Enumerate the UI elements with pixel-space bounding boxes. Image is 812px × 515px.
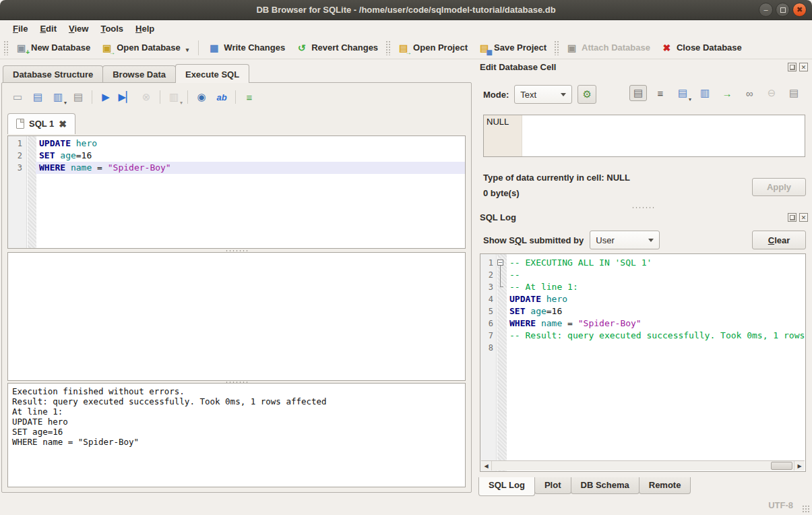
new-database-button[interactable]: ▣+New Database xyxy=(10,39,96,56)
menu-file[interactable]: File xyxy=(7,22,34,36)
close-database-button[interactable]: ✖Close Database xyxy=(656,39,747,56)
set-null-button: ⊖ xyxy=(763,85,780,101)
save-sql-file-button[interactable]: ▥▾ xyxy=(50,89,66,105)
toolbar-button-label: New Database xyxy=(31,42,90,53)
dock-tab-remote[interactable]: Remote xyxy=(639,477,691,494)
close-button[interactable]: ✖ xyxy=(792,3,807,17)
menu-help[interactable]: Help xyxy=(129,22,160,36)
results-pane[interactable] xyxy=(7,252,466,381)
apply-button[interactable]: Apply xyxy=(752,178,806,196)
fold-marker[interactable] xyxy=(497,281,506,293)
dock-tab-sql-log[interactable]: SQL Log xyxy=(478,477,535,496)
tab-execute-sql[interactable]: Execute SQL xyxy=(175,64,249,83)
cell-editor[interactable]: NULL xyxy=(483,115,805,157)
dropdown-caret-icon[interactable]: ▾ xyxy=(689,96,691,102)
editor-line[interactable]: 2SET age=16 xyxy=(8,150,465,162)
sql-editor[interactable]: 1UPDATE hero2SET age=163WHERE name = "Sp… xyxy=(7,135,466,249)
log-line[interactable]: 2-- xyxy=(480,269,805,281)
editor-line[interactable]: 3WHERE name = "Spider-Boy" xyxy=(8,162,465,174)
fold-marker[interactable]: – xyxy=(497,257,506,269)
log-line[interactable]: 4UPDATE hero xyxy=(480,293,805,305)
apply-mode-button[interactable]: ⚙ xyxy=(577,85,596,104)
toolbar-handle xyxy=(554,40,559,55)
word-wrap-button[interactable]: ≡ xyxy=(652,85,669,101)
find-replace-button[interactable]: ◉ xyxy=(193,89,210,105)
dock-splitter-handle[interactable] xyxy=(631,206,654,209)
dropdown-caret-icon[interactable]: ▾ xyxy=(186,47,189,53)
tab-close-icon[interactable]: ✖ xyxy=(59,119,67,129)
save-project-button[interactable]: ▤▦Save Project xyxy=(473,39,552,56)
sql-file-tab[interactable]: SQL 1 ✖ xyxy=(7,113,75,134)
dock-tab-db-schema[interactable]: DB Schema xyxy=(571,477,639,494)
menu-edit[interactable]: Edit xyxy=(34,22,63,36)
execute-current-line-button[interactable]: ▶▏ xyxy=(118,89,134,105)
sql-log-view[interactable]: 1–-- EXECUTING ALL IN 'SQL 1'2--3-- At l… xyxy=(480,253,806,472)
log-line[interactable]: 1–-- EXECUTING ALL IN 'SQL 1' xyxy=(480,257,805,269)
scroll-left-arrow-icon[interactable]: ◀ xyxy=(481,461,492,471)
resize-grip[interactable] xyxy=(802,505,810,513)
log-line[interactable]: 5SET age=16 xyxy=(480,305,805,317)
scroll-right-arrow-icon[interactable]: ▶ xyxy=(794,461,805,471)
cell-toolbar: ▤≡▤▾▥→∞⊖▤ xyxy=(629,85,803,101)
minimize-button[interactable]: – xyxy=(759,3,773,17)
menu-view[interactable]: View xyxy=(63,22,94,36)
write-changes-button[interactable]: ▦Write Changes xyxy=(203,39,290,56)
scrollbar-track[interactable] xyxy=(492,461,794,471)
dock-close-icon[interactable]: ✕ xyxy=(799,213,808,222)
open-database-button[interactable]: ▣→Open Database▾ xyxy=(96,39,194,56)
export-results-button: ▥▾ xyxy=(166,89,182,105)
log-horizontal-scrollbar[interactable]: ◀ ▶ xyxy=(481,460,805,471)
stop-button: ⊗ xyxy=(138,89,154,105)
scrollbar-thumb[interactable] xyxy=(771,462,792,470)
line-number: 3 xyxy=(8,162,27,174)
execute-all-button[interactable]: ▶ xyxy=(98,89,114,105)
log-line[interactable]: 3-- At line 1: xyxy=(480,281,805,293)
fold-marker[interactable] xyxy=(497,269,506,281)
export-to-file-button[interactable]: ▥ xyxy=(696,85,714,101)
mode-combobox[interactable]: Text xyxy=(514,85,572,104)
print-button[interactable]: ▤ xyxy=(785,85,803,101)
log-filter-combobox[interactable]: User xyxy=(590,231,660,249)
new-tab-button[interactable]: ▭ xyxy=(9,89,26,105)
clear-button[interactable]: Clear xyxy=(752,231,806,249)
titlebar[interactable]: DB Browser for SQLite - /home/user/code/… xyxy=(0,0,812,20)
message-pane[interactable]: Execution finished without errors. Resul… xyxy=(7,383,466,487)
dock-close-icon[interactable]: ✕ xyxy=(799,63,808,71)
cell-text-area[interactable] xyxy=(522,115,805,156)
save-sql-file-icon: ▥ xyxy=(53,91,63,103)
toolbar-button-label: Revert Changes xyxy=(311,42,378,53)
open-project-button[interactable]: ▤→Open Project xyxy=(392,39,473,56)
dock-tab-plot[interactable]: Plot xyxy=(534,477,571,494)
export-to-file-icon: ▥ xyxy=(700,87,710,99)
syntax-check-button[interactable]: ab xyxy=(214,89,230,105)
tab-database-structure[interactable]: Database Structure xyxy=(3,65,103,83)
dropdown-caret-icon[interactable]: ▾ xyxy=(64,100,67,106)
print-button[interactable]: ▤ xyxy=(70,89,86,105)
dock-float-icon[interactable] xyxy=(788,213,797,222)
log-line[interactable]: 7-- Result: query executed successfully.… xyxy=(480,330,805,342)
open-sql-file-button[interactable]: ▤ xyxy=(30,89,46,105)
new-database-icon-badge: + xyxy=(26,49,30,56)
text-mode-button[interactable]: ▤ xyxy=(629,85,647,101)
fold-marker xyxy=(27,150,36,162)
mode-value: Text xyxy=(520,90,536,100)
word-wrap-button[interactable]: ≡ xyxy=(241,89,257,105)
encoding-indicator[interactable]: UTF-8 xyxy=(768,500,793,510)
word-wrap-icon: ≡ xyxy=(247,92,253,103)
left-pane: Database StructureBrowse DataExecute SQL… xyxy=(0,59,473,495)
mode-label: Mode: xyxy=(483,90,509,100)
dropdown-caret-icon[interactable]: ▾ xyxy=(180,100,183,106)
import-from-file-button[interactable]: ▤▾ xyxy=(674,85,691,101)
revert-changes-button[interactable]: ↺Revert Changes xyxy=(290,39,383,56)
fold-collapse-icon[interactable]: – xyxy=(497,260,503,266)
link-button[interactable]: ∞ xyxy=(741,85,758,101)
dock-float-icon[interactable] xyxy=(788,63,797,71)
open-in-external-button[interactable]: → xyxy=(718,85,736,101)
editor-line[interactable]: 1UPDATE hero xyxy=(8,138,465,150)
log-line[interactable]: 6WHERE name = "Spider-Boy" xyxy=(480,317,805,330)
menu-tools[interactable]: Tools xyxy=(94,22,129,36)
tab-browse-data[interactable]: Browse Data xyxy=(102,65,176,83)
fold-line xyxy=(500,269,501,281)
log-line[interactable]: 8 xyxy=(480,342,805,354)
maximize-button[interactable] xyxy=(776,3,790,17)
